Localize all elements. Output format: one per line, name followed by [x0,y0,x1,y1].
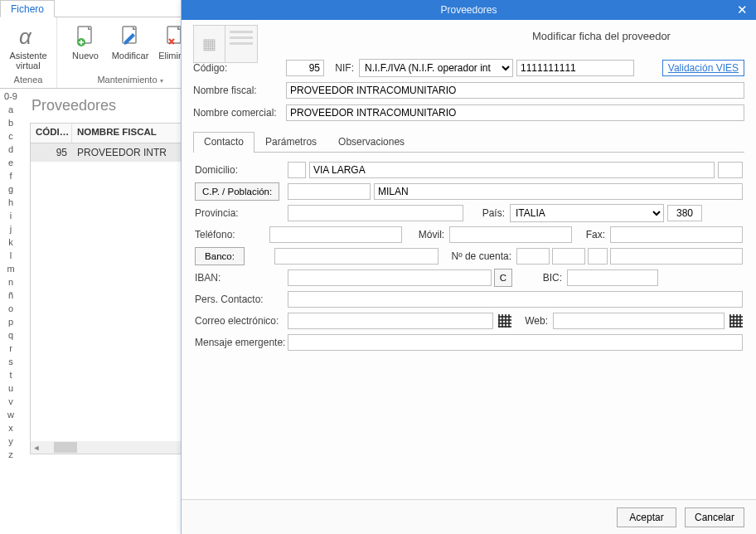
movil-input[interactable] [449,226,572,243]
alpha-index-0-9[interactable]: 0-9 [4,90,17,103]
chevron-down-icon[interactable]: ▾ [160,77,163,85]
alpha-index-i[interactable]: i [10,210,12,222]
tab-parametros[interactable]: Parámetros [254,132,327,152]
iban-calc-button[interactable]: C [494,269,512,287]
nombre-comercial-input[interactable] [286,104,744,121]
dialog-close-button[interactable]: ✕ [728,0,756,20]
alpha-index-h[interactable]: h [8,197,13,209]
label-web: Web: [516,315,548,327]
cuenta-1-input[interactable] [516,248,550,265]
alpha-index-k[interactable]: k [8,236,13,249]
banco-button[interactable]: Banco: [195,247,245,265]
alpha-index-z[interactable]: z [8,449,13,461]
alpha-index-d[interactable]: d [8,143,13,156]
dialog-tabs: Contacto Parámetros Observaciones [193,132,744,153]
cuenta-3-input[interactable] [588,248,608,265]
pais-code-input[interactable] [667,205,702,221]
document-edit-icon [119,24,142,49]
label-pers-contacto: Pers. Contacto: [195,294,288,305]
label-nombre-fiscal: Nombre fiscal: [193,85,286,96]
qr-icon[interactable] [498,314,511,328]
alpha-index-g[interactable]: g [8,183,13,196]
cancelar-button[interactable]: Cancelar [685,507,744,527]
label-provincia: Provincia: [195,207,288,219]
label-banco-wrapper: Banco: [195,247,274,265]
alpha-index-e[interactable]: e [8,157,13,169]
scroll-thumb[interactable] [54,442,77,453]
label-correo: Correo electrónico: [195,315,288,327]
alpha-index-v[interactable]: v [8,396,13,408]
cp-poblacion-button[interactable]: C.P. / Población: [195,182,279,201]
ribbon-group-atenea: α Asistente virtual Atenea [0,17,57,88]
iban-input[interactable] [288,269,492,286]
alpha-index-f[interactable]: f [9,170,12,182]
tab-observaciones[interactable]: Observaciones [327,132,415,152]
ribbon-group-caption-mant: Mantenimiento ▾ [97,73,162,88]
label-domicilio: Domicilio: [195,164,288,176]
pais-select[interactable]: ITALIA [510,204,664,222]
label-fax: Fax: [577,229,605,240]
alpha-index-y[interactable]: y [8,435,13,448]
alpha-index-u[interactable]: u [8,382,13,395]
placeholder-lines-icon [225,26,257,62]
ribbon-assistant-button[interactable]: α Asistente virtual [7,21,50,73]
telefono-input[interactable] [269,226,402,243]
alpha-index-q[interactable]: q [8,329,13,342]
alpha-index-t[interactable]: t [9,369,12,381]
nif-input[interactable] [516,60,634,76]
provincia-input[interactable] [288,205,463,221]
alpha-index-r[interactable]: r [9,342,12,355]
alpha-index-l[interactable]: l [10,250,12,262]
nombre-fiscal-input[interactable] [286,82,744,99]
tab-contacto[interactable]: Contacto [193,132,254,153]
alpha-index-n[interactable]: n [8,276,13,289]
alpha-index-w[interactable]: w [7,409,14,421]
scroll-left-icon[interactable]: ◄ [31,444,42,452]
pers-contacto-input[interactable] [288,291,743,308]
cuenta-2-input[interactable] [552,248,585,265]
cuenta-4-input[interactable] [610,248,743,265]
ribbon-modificar-button[interactable]: Modificar [109,21,152,73]
record-image-placeholder[interactable]: ▦ [193,25,258,63]
label-bic: BIC: [517,272,562,284]
alpha-index-j[interactable]: j [10,223,12,235]
mensaje-input[interactable] [288,334,743,351]
domicilio-num-input[interactable] [718,162,743,178]
ribbon-tab-fichero[interactable]: Fichero [0,0,55,17]
web-input[interactable] [553,313,724,329]
fax-input[interactable] [610,226,743,243]
alpha-index-a[interactable]: a [8,104,13,116]
alpha-index-p[interactable]: p [8,316,13,328]
close-icon: ✕ [737,2,748,17]
nif-type-select[interactable]: N.I.F./IVA (N.I.F. operador int [359,59,513,77]
label-pais: País: [468,207,505,219]
label-mensaje: Mensaje emergente: [195,337,288,348]
alpha-index-o[interactable]: o [8,303,13,315]
label-codigo: Código: [193,62,286,74]
alpha-index-c[interactable]: c [8,130,13,143]
aceptar-button[interactable]: Aceptar [617,507,676,527]
cp-input[interactable] [288,183,371,200]
qr-icon-web[interactable] [729,314,743,328]
validacion-vies-button[interactable]: Validación VIES [662,60,744,76]
alpha-index-s[interactable]: s [8,356,13,368]
alpha-index-x[interactable]: x [8,422,13,434]
label-movil: Móvil: [407,229,444,240]
correo-input[interactable] [288,313,493,329]
alpha-index-m[interactable]: m [7,263,14,275]
ribbon-nuevo-label: Nuevo [72,51,99,61]
grid-header-codigo[interactable]: CÓDI… [31,124,72,143]
ribbon-nuevo-button[interactable]: Nuevo [64,21,107,73]
codigo-input[interactable] [286,60,324,76]
bic-input[interactable] [567,269,658,286]
tabpage-contacto: Domicilio: C.P. / Población: Provincia: … [193,153,744,353]
dialog-content: ▦ Modificar ficha del proveedor Código: … [182,20,756,499]
alpha-index-ñ[interactable]: ñ [8,289,13,302]
domicilio-input[interactable] [309,162,715,178]
domicilio-tipo-input[interactable] [288,162,306,178]
poblacion-input[interactable] [374,183,743,200]
supplier-dialog: Proveedores ✕ ▦ Modificar ficha del prov… [181,0,756,534]
banco-input[interactable] [274,248,439,265]
alpha-index-b[interactable]: b [8,117,13,129]
dialog-footer: Aceptar Cancelar [182,499,756,534]
